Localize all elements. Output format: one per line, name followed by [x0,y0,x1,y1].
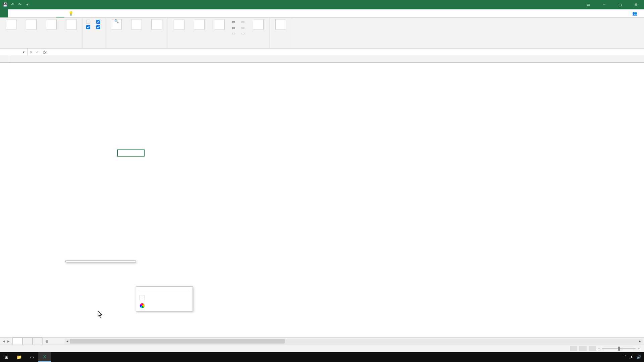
formula-input[interactable] [48,49,644,56]
freeze-panes-button[interactable] [210,18,229,31]
tell-me[interactable]: 💡 [64,9,75,17]
view-custom-button[interactable] [62,18,81,31]
view-normal-icon[interactable] [570,346,577,351]
macros-button[interactable] [271,18,290,31]
tab-daten[interactable] [40,9,48,17]
hide-button[interactable]: ▭ [232,25,236,30]
chevron-down-icon[interactable]: ▼ [22,51,25,54]
ribbon-options-icon[interactable]: ▭ [581,0,596,9]
zoom-100-button[interactable] [127,18,146,31]
sheet-context-menu [65,260,136,262]
enter-formula-icon: ✓ [36,50,39,55]
task-app-icon[interactable]: ▭ [25,352,38,362]
view-pagebreak-button[interactable] [21,18,41,31]
status-bar: − + [0,345,644,352]
hscroll-thumb[interactable] [70,339,285,344]
tab-start[interactable] [8,9,16,17]
minimize-button[interactable]: − [597,0,612,9]
zoom-button[interactable]: 🔍 [107,18,126,31]
formula-bar-row: ▼ ✕ ✓ fx [0,49,644,56]
split-button[interactable]: ▭ [232,20,236,24]
tab-ansicht[interactable] [56,9,64,17]
group-show-label [84,48,104,48]
hscroll-right-icon[interactable]: ► [637,339,643,344]
ribbon-tabs: 💡 👥 [0,9,644,18]
more-colors-option[interactable] [139,302,190,310]
tab-einfuegen[interactable] [16,9,24,17]
close-button[interactable]: ✕ [628,0,643,9]
share-icon: 👥 [632,11,637,16]
active-cell [117,149,145,157]
tray-network-icon[interactable]: 🖧 [630,355,633,359]
title-bar: 💾 ↶ ↷ ▾ ▭ − ◻ ✕ [0,0,644,9]
zoom-slider[interactable] [602,348,636,349]
hscroll-left-icon[interactable]: ◄ [65,339,70,344]
ribbon: 🔍 ▭ ▭ ▭ ▭ ▭ ▭ [0,18,644,49]
view-pagelayout-button[interactable] [42,18,61,31]
task-explorer-icon[interactable]: 📁 [13,352,25,362]
view-pagelayout-icon[interactable] [579,346,587,351]
switch-windows-button[interactable] [249,18,268,31]
fx-icon[interactable]: fx [41,49,48,56]
group-zoom-label [107,48,166,48]
taskbar: ⊞ 📁 ▭ X ˄ 🖧 🔊 [0,352,644,362]
undo-icon[interactable]: ↶ [9,2,15,8]
zoom-in-icon[interactable]: + [638,347,640,351]
zoom-out-icon[interactable]: − [598,347,600,351]
check-ruler[interactable] [86,20,92,24]
name-box[interactable]: ▼ [0,49,28,56]
select-all-corner[interactable] [0,56,10,62]
group-macros-label [271,48,290,48]
lightbulb-icon: 💡 [68,11,73,16]
new-window-button[interactable] [169,18,189,31]
redo-icon[interactable]: ↷ [17,2,23,8]
start-button[interactable]: ⊞ [0,352,13,362]
sheet-nav-prev-icon[interactable]: ◄ [2,339,6,343]
color-wheel-icon [140,303,145,308]
sync-scroll-button[interactable]: ▭ [241,25,246,30]
check-formula-bar[interactable] [96,20,102,24]
add-sheet-button[interactable]: ⊕ [43,338,51,345]
tab-file[interactable] [0,9,8,17]
tab-seitenlayout[interactable] [24,9,32,17]
maximize-button[interactable]: ◻ [612,0,628,9]
tab-color-flyout [136,286,193,311]
tray-up-icon[interactable]: ˄ [624,355,626,359]
save-icon[interactable]: 💾 [2,2,8,8]
view-normal-button[interactable] [1,18,21,31]
reset-pos-button[interactable]: ▭ [241,31,246,36]
unhide-button[interactable]: ▭ [232,31,236,36]
share-button[interactable]: 👥 [628,9,644,17]
hscroll-track[interactable] [70,339,637,344]
group-views-label [1,48,81,48]
tab-formeln[interactable] [32,9,40,17]
group-window-label [169,48,268,48]
sheet-tab-2[interactable] [33,338,43,345]
sheet-tabs-bar: ◄ ► ⊕ ◄ ► [0,337,644,345]
tray-sound-icon[interactable]: 🔊 [637,355,641,359]
side-by-side-button[interactable]: ▭ [241,20,246,24]
sheet-nav-next-icon[interactable]: ► [6,339,10,343]
zoom-selection-button[interactable] [147,18,166,31]
qat-customize-icon[interactable]: ▾ [24,2,30,8]
arrange-all-button[interactable] [190,18,209,31]
tab-ueberpruefen[interactable] [48,9,56,17]
cancel-formula-icon: ✕ [30,50,33,55]
check-headings[interactable] [96,25,102,29]
check-gridlines[interactable] [86,25,92,29]
sheet-tab-active[interactable] [12,338,22,345]
view-pagebreak-icon[interactable] [589,346,596,351]
task-excel-icon[interactable]: X [38,352,51,362]
sheet-tab-1[interactable] [22,338,33,345]
no-color-option[interactable] [139,294,190,302]
spreadsheet-grid[interactable] [0,56,644,337]
